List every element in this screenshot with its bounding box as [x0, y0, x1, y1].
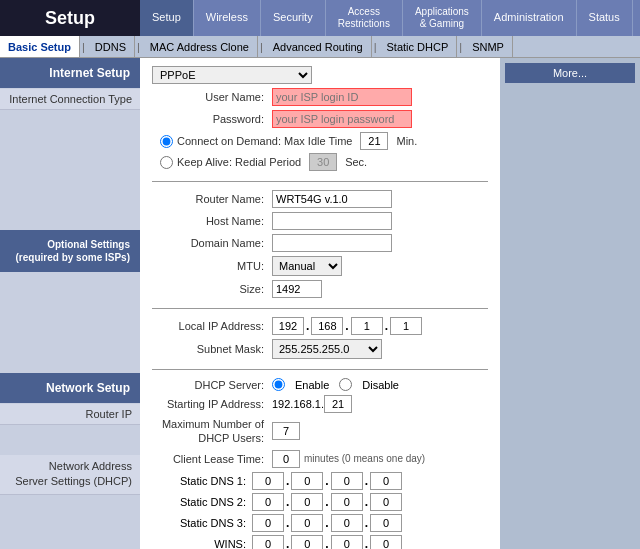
dhcp-enable-radio[interactable] [272, 378, 285, 391]
sec-label: Sec. [345, 156, 367, 168]
redial-input[interactable] [309, 153, 337, 171]
dhcp-enable-label: Enable [295, 379, 329, 391]
subnav-snmp[interactable]: SNMP [464, 36, 513, 57]
router-name-input[interactable] [272, 190, 392, 208]
starting-ip-label: Starting IP Address: [152, 398, 272, 410]
host-name-input[interactable] [272, 212, 392, 230]
local-ip-3[interactable] [351, 317, 383, 335]
host-name-row: Host Name: [152, 212, 488, 230]
dns1-1[interactable] [252, 472, 284, 490]
dns1-4[interactable] [370, 472, 402, 490]
connection-type-row: PPPoE Automatic Configuration - DHCP Sta… [152, 66, 488, 84]
lease-time-note: minutes (0 means one day) [304, 453, 425, 464]
subnav-mac-clone[interactable]: MAC Address Clone [142, 36, 258, 57]
domain-name-input[interactable] [272, 234, 392, 252]
main-content: Internet Setup Internet Connection Type … [0, 58, 640, 549]
nav-setup[interactable]: Setup [140, 0, 194, 36]
dns3-group: . . . [252, 514, 402, 532]
dns1-3[interactable] [331, 472, 363, 490]
wins-1[interactable] [252, 535, 284, 549]
subnav-advanced-routing[interactable]: Advanced Routing [265, 36, 372, 57]
dns2-4[interactable] [370, 493, 402, 511]
max-users-input[interactable] [272, 422, 300, 440]
dns3-label: Static DNS 3: [152, 517, 252, 529]
domain-name-row: Domain Name: [152, 234, 488, 252]
username-input[interactable] [272, 88, 412, 106]
dns1-2[interactable] [291, 472, 323, 490]
wins-row: WINS: . . . [152, 535, 488, 549]
sidebar-spacer-1 [0, 110, 140, 230]
mtu-label: MTU: [152, 260, 272, 272]
connect-on-demand-radio[interactable] [160, 135, 173, 148]
dhcp-disable-label: Disable [362, 379, 399, 391]
dns3-1[interactable] [252, 514, 284, 532]
nav-administration[interactable]: Administration [482, 0, 577, 36]
keep-alive-label: Keep Alive: Redial Period [177, 156, 301, 168]
local-ip-1[interactable] [272, 317, 304, 335]
nav-access[interactable]: AccessRestrictions [326, 0, 403, 36]
optional-settings-section: Router Name: Host Name: Domain Name: MTU… [152, 190, 488, 298]
min-label: Min. [396, 135, 417, 147]
mtu-row: MTU: Manual Auto [152, 256, 488, 276]
dhcp-section: DHCP Server: Enable Disable Starting IP … [152, 378, 488, 549]
sidebar-item-router-ip: Router IP [0, 404, 140, 425]
subnet-mask-select[interactable]: 255.255.255.0 255.255.0.0 255.0.0.0 [272, 339, 382, 359]
size-label: Size: [152, 283, 272, 295]
password-input[interactable] [272, 110, 412, 128]
dns2-3[interactable] [331, 493, 363, 511]
lease-time-input[interactable] [272, 450, 300, 468]
divider-1 [152, 181, 488, 182]
header: Setup Setup Wireless Security AccessRest… [0, 0, 640, 36]
wins-2[interactable] [291, 535, 323, 549]
subnav-basic-setup[interactable]: Basic Setup [0, 36, 80, 57]
local-ip-group: . . . [272, 317, 422, 335]
subnav-static-dhcp[interactable]: Static DHCP [379, 36, 458, 57]
starting-ip-row: Starting IP Address: 192.168.1. [152, 395, 488, 413]
dhcp-disable-radio[interactable] [339, 378, 352, 391]
mtu-select[interactable]: Manual Auto [272, 256, 342, 276]
wins-4[interactable] [370, 535, 402, 549]
dns2-2[interactable] [291, 493, 323, 511]
sidebar-section-optional: Optional Settings(required by some ISPs) [0, 230, 140, 272]
host-name-label: Host Name: [152, 215, 272, 227]
local-ip-4[interactable] [390, 317, 422, 335]
dns2-group: . . . [252, 493, 402, 511]
dhcp-enable-disable: Enable Disable [272, 378, 399, 391]
dns3-2[interactable] [291, 514, 323, 532]
dns1-label: Static DNS 1: [152, 475, 252, 487]
nav-wireless[interactable]: Wireless [194, 0, 261, 36]
keep-alive-radio[interactable] [160, 156, 173, 169]
keep-alive-row: Keep Alive: Redial Period Sec. [160, 153, 488, 171]
divider-2 [152, 308, 488, 309]
dns2-label: Static DNS 2: [152, 496, 252, 508]
lease-time-row: Client Lease Time: minutes (0 means one … [152, 450, 488, 468]
size-input[interactable] [272, 280, 322, 298]
subnav-ddns[interactable]: DDNS [87, 36, 135, 57]
dns3-3[interactable] [331, 514, 363, 532]
max-idle-input[interactable] [360, 132, 388, 150]
router-name-label: Router Name: [152, 193, 272, 205]
local-ip-2[interactable] [311, 317, 343, 335]
subnet-mask-row: Subnet Mask: 255.255.255.0 255.255.0.0 2… [152, 339, 488, 359]
top-nav: Setup Wireless Security AccessRestrictio… [140, 0, 640, 36]
connection-type-select[interactable]: PPPoE Automatic Configuration - DHCP Sta… [152, 66, 312, 84]
dns3-4[interactable] [370, 514, 402, 532]
sidebar-spacer-3 [0, 425, 140, 455]
router-ip-section: Local IP Address: . . . Subnet Mask: 255… [152, 317, 488, 359]
size-row: Size: [152, 280, 488, 298]
nav-applications[interactable]: Applications& Gaming [403, 0, 482, 36]
more-button[interactable]: More... [505, 63, 635, 83]
dns2-1[interactable] [252, 493, 284, 511]
connect-on-demand-label: Connect on Demand: Max Idle Time [177, 135, 352, 147]
subnet-select-group: 255.255.255.0 255.255.0.0 255.0.0.0 [272, 339, 382, 359]
right-panel: More... [500, 58, 640, 549]
wins-3[interactable] [331, 535, 363, 549]
wins-group: . . . [252, 535, 402, 549]
starting-ip-suffix-input[interactable] [324, 395, 352, 413]
nav-status[interactable]: Status [577, 0, 633, 36]
username-label: User Name: [152, 91, 272, 103]
sidebar-section-internet: Internet Setup [0, 58, 140, 88]
nav-security[interactable]: Security [261, 0, 326, 36]
password-label: Password: [152, 113, 272, 125]
local-ip-label: Local IP Address: [152, 320, 272, 332]
